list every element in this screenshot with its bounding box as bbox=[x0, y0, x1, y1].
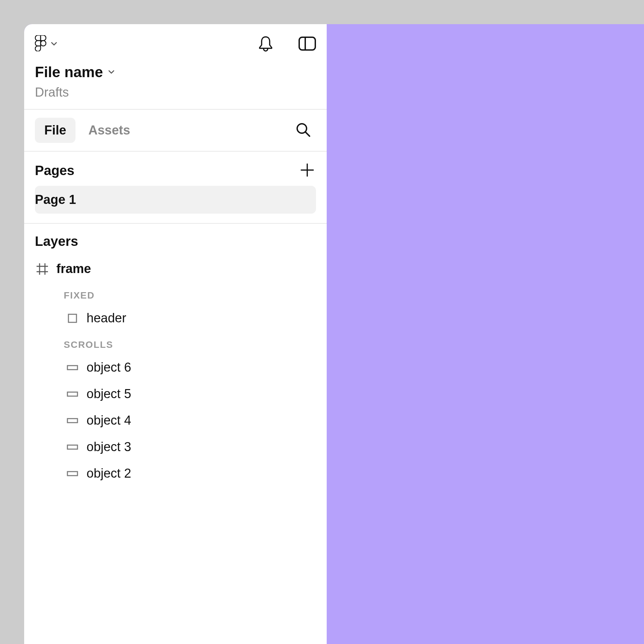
rectangle-icon bbox=[66, 415, 78, 427]
tabs-group: File Assets bbox=[35, 118, 140, 143]
frame-icon bbox=[36, 263, 48, 275]
panel-icon bbox=[298, 36, 316, 52]
layer-name: object 6 bbox=[87, 360, 131, 375]
layer-group-fixed: FIXED bbox=[24, 282, 327, 305]
pages-section: Pages Page 1 bbox=[24, 152, 327, 224]
layer-name: object 4 bbox=[87, 413, 131, 428]
layer-name: object 5 bbox=[87, 387, 131, 401]
chevron-down-icon bbox=[51, 41, 57, 47]
rectangle-icon bbox=[66, 468, 78, 480]
pages-header: Pages bbox=[24, 152, 327, 186]
add-page-button[interactable] bbox=[299, 162, 316, 179]
app-window: File name Drafts File Assets bbox=[24, 24, 644, 644]
file-location[interactable]: Drafts bbox=[35, 85, 316, 100]
rectangle-icon bbox=[66, 388, 78, 400]
rectangle-icon bbox=[66, 312, 78, 324]
svg-rect-14 bbox=[67, 445, 77, 449]
rectangle-icon bbox=[66, 441, 78, 453]
main-menu-button[interactable] bbox=[35, 35, 57, 53]
page-item[interactable]: Page 1 bbox=[35, 186, 316, 214]
top-toolbar bbox=[24, 24, 327, 61]
file-header: File name Drafts bbox=[24, 61, 327, 109]
layer-name: header bbox=[87, 311, 126, 325]
file-title-button[interactable]: File name bbox=[35, 64, 316, 80]
svg-rect-11 bbox=[67, 366, 77, 370]
layer-item[interactable]: object 6 bbox=[24, 354, 327, 381]
layer-name: frame bbox=[56, 262, 91, 276]
layer-name: object 2 bbox=[87, 466, 131, 481]
left-sidebar: File name Drafts File Assets bbox=[24, 24, 327, 644]
svg-rect-13 bbox=[67, 419, 77, 423]
layer-frame[interactable]: frame bbox=[24, 256, 327, 282]
search-button[interactable] bbox=[294, 122, 312, 139]
figma-logo-icon bbox=[35, 35, 46, 53]
tab-assets[interactable]: Assets bbox=[79, 118, 140, 143]
panel-tabs: File Assets bbox=[24, 109, 327, 152]
layer-item[interactable]: header bbox=[24, 305, 327, 331]
canvas[interactable] bbox=[327, 24, 644, 644]
notifications-button[interactable] bbox=[257, 35, 274, 53]
search-icon bbox=[296, 122, 311, 139]
tab-file[interactable]: File bbox=[35, 118, 75, 143]
layer-item[interactable]: object 4 bbox=[24, 407, 327, 434]
layer-item[interactable]: object 3 bbox=[24, 434, 327, 460]
layers-section: Layers frame FIXED bbox=[24, 224, 327, 497]
toolbar-icons bbox=[257, 35, 316, 53]
file-title: File name bbox=[35, 64, 103, 80]
layer-item[interactable]: object 2 bbox=[24, 460, 327, 487]
svg-rect-15 bbox=[67, 472, 77, 476]
layer-item[interactable]: object 5 bbox=[24, 381, 327, 407]
pages-title: Pages bbox=[35, 163, 74, 178]
rectangle-icon bbox=[66, 362, 78, 374]
svg-line-3 bbox=[306, 132, 310, 136]
chevron-down-icon bbox=[108, 69, 114, 75]
svg-rect-10 bbox=[68, 314, 76, 322]
svg-rect-0 bbox=[299, 37, 315, 50]
svg-rect-12 bbox=[67, 392, 77, 396]
bell-icon bbox=[258, 36, 273, 53]
layer-name: object 3 bbox=[87, 440, 131, 454]
layers-title: Layers bbox=[24, 234, 327, 256]
plus-icon bbox=[300, 163, 315, 178]
panel-toggle-button[interactable] bbox=[299, 35, 316, 53]
layer-group-scrolls: SCROLLS bbox=[24, 331, 327, 354]
